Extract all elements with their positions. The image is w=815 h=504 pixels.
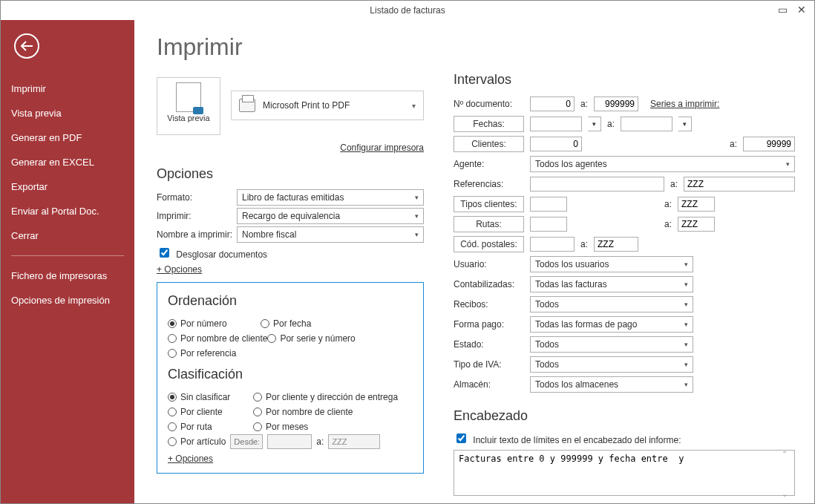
chevron-down-icon: ▾ xyxy=(684,281,688,288)
close-button[interactable]: ✕ xyxy=(792,1,811,19)
sidebar-item-opciones-impresion[interactable]: Opciones de impresión xyxy=(1,288,134,312)
fechas-button[interactable]: Fechas: xyxy=(454,116,524,132)
chevron-down-icon: ▾ xyxy=(684,301,688,308)
tipos-button[interactable]: Tipos clientes: xyxy=(454,196,524,212)
formato-label: Formato: xyxy=(157,192,237,203)
clas-por-articulo[interactable]: Por artículo xyxy=(168,436,226,447)
almacen-combo[interactable]: Todos los almacenes▾ xyxy=(530,376,693,393)
ord-por-numero[interactable]: Por número xyxy=(168,318,261,329)
opciones-heading: Opciones xyxy=(157,166,424,182)
estado-combo[interactable]: Todos▾ xyxy=(530,336,693,353)
usuario-combo[interactable]: Todos los usuarios▾ xyxy=(530,256,693,272)
rutas-from-input[interactable] xyxy=(530,217,567,232)
ref-to-input[interactable] xyxy=(684,177,795,192)
recibos-combo[interactable]: Todos▾ xyxy=(530,296,693,312)
sidebar-item-cerrar[interactable]: Cerrar xyxy=(1,223,134,248)
sidebar-item-generar-pdf[interactable]: Generar en PDF xyxy=(1,125,134,150)
cp-to-input[interactable] xyxy=(594,237,638,252)
imprimir-combo[interactable]: Recargo de equivalencia▾ xyxy=(237,208,424,224)
tipos-to-input[interactable] xyxy=(678,197,715,212)
clas-a-value[interactable] xyxy=(328,434,380,449)
clasificacion-heading: Clasificación xyxy=(168,367,413,382)
fecha-to-dd[interactable]: ▾ xyxy=(678,117,692,131)
configure-printer-link[interactable]: Configurar impresora xyxy=(340,143,424,153)
desglosar-checkbox[interactable] xyxy=(160,248,169,258)
window-title: Listado de facturas xyxy=(370,5,445,16)
fecha-from-input[interactable] xyxy=(530,117,582,131)
formato-combo[interactable]: Libro de facturas emitidas▾ xyxy=(237,189,424,206)
estado-label: Estado: xyxy=(454,339,524,350)
chevron-down-icon: ▾ xyxy=(415,231,419,238)
sidebar-item-enviar-portal[interactable]: Enviar al Portal Doc. xyxy=(1,199,134,223)
clas-cliente-direccion[interactable]: Por cliente y dirección de entrega xyxy=(253,392,398,402)
clas-opciones-link[interactable]: + Opciones xyxy=(168,454,213,464)
agente-combo[interactable]: Todos los agentes▾ xyxy=(530,156,795,172)
imprimir-label: Imprimir: xyxy=(157,211,237,221)
clas-sin[interactable]: Sin clasificar xyxy=(168,392,253,402)
sidebar-item-generar-excel[interactable]: Generar en EXCEL xyxy=(1,150,134,174)
fp-combo[interactable]: Todas las formas de pago▾ xyxy=(530,316,693,333)
ndoc-from-input[interactable] xyxy=(530,96,575,111)
usuario-label: Usuario: xyxy=(454,259,524,269)
iva-combo[interactable]: Todos▾ xyxy=(530,356,693,373)
encabezado-textarea[interactable] xyxy=(454,450,795,496)
cp-from-input[interactable] xyxy=(530,237,575,252)
clas-desde-value[interactable] xyxy=(267,434,312,449)
incluir-limites-checkbox[interactable] xyxy=(456,433,466,443)
incluir-limites-label: Incluir texto de límites en el encabezad… xyxy=(473,435,681,445)
ndoc-to-input[interactable] xyxy=(594,96,638,111)
sidebar-item-fichero-impresoras[interactable]: Fichero de impresoras xyxy=(1,264,134,288)
contab-combo[interactable]: Todas las facturas▾ xyxy=(530,276,693,292)
ref-label: Referencias: xyxy=(454,179,524,189)
ord-por-fecha[interactable]: Por fecha xyxy=(261,318,331,329)
ordenacion-heading: Ordenación xyxy=(168,293,413,309)
chevron-down-icon: ▾ xyxy=(684,381,688,388)
cp-button[interactable]: Cód. postales: xyxy=(454,236,524,252)
chevron-down-icon: ▾ xyxy=(412,102,416,110)
sidebar-separator xyxy=(11,255,124,256)
clas-por-nombre[interactable]: Por nombre de cliente xyxy=(253,407,353,417)
maximize-button[interactable]: ▭ xyxy=(773,1,792,19)
chevron-down-icon: ▾ xyxy=(684,321,688,328)
ord-por-serie[interactable]: Por serie y número xyxy=(267,333,360,344)
sidebar: Imprimir Vista previa Generar en PDF Gen… xyxy=(1,20,134,503)
clas-por-cliente[interactable]: Por cliente xyxy=(168,407,253,417)
rutas-button[interactable]: Rutas: xyxy=(454,216,524,232)
vista-previa-button[interactable]: Vista previa xyxy=(157,77,220,135)
clas-por-ruta[interactable]: Por ruta xyxy=(168,422,253,432)
arrow-left-icon xyxy=(20,41,33,51)
back-button[interactable] xyxy=(14,33,39,59)
clientes-to-input[interactable] xyxy=(743,137,795,151)
ord-por-nombre[interactable]: Por nombre de cliente xyxy=(168,333,267,344)
contab-label: Contabilizadas: xyxy=(454,279,524,289)
printer-selector[interactable]: Microsoft Print to PDF ▾ xyxy=(231,91,424,120)
sidebar-item-vista-previa[interactable]: Vista previa xyxy=(1,101,134,125)
ord-por-referencia[interactable]: Por referencia xyxy=(168,348,236,359)
chevron-down-icon: ▾ xyxy=(684,261,688,268)
sidebar-item-exportar[interactable]: Exportar xyxy=(1,174,134,199)
series-link[interactable]: Series a imprimir: xyxy=(650,99,719,109)
tipos-from-input[interactable] xyxy=(530,197,567,212)
clientes-button[interactable]: Clientes: xyxy=(454,136,524,152)
fecha-from-dd[interactable]: ▾ xyxy=(588,117,601,131)
chevron-down-icon: ▾ xyxy=(415,212,419,220)
chevron-down-icon: ▾ xyxy=(415,194,419,201)
agente-label: Agente: xyxy=(454,159,524,169)
fecha-to-input[interactable] xyxy=(621,117,672,131)
rutas-to-input[interactable] xyxy=(678,217,715,232)
sidebar-item-imprimir[interactable]: Imprimir xyxy=(1,76,134,101)
opciones-link[interactable]: + Opciones xyxy=(157,264,202,275)
chevron-down-icon: ▾ xyxy=(684,361,688,368)
clas-por-meses[interactable]: Por meses xyxy=(253,422,308,432)
recibos-label: Recibos: xyxy=(454,299,524,310)
ndoc-label: Nº documento: xyxy=(454,99,524,109)
clas-desde-input[interactable] xyxy=(230,434,263,449)
nombre-combo[interactable]: Nombre fiscal▾ xyxy=(237,226,424,243)
desglosar-label: Desglosar documentos xyxy=(176,249,267,260)
titlebar: Listado de facturas ▭ ✕ xyxy=(1,1,814,20)
clientes-from-input[interactable] xyxy=(530,137,582,151)
clas-a-label: a: xyxy=(316,436,324,447)
page-title: Imprimir xyxy=(157,33,424,61)
ref-from-input[interactable] xyxy=(530,177,664,192)
fp-label: Forma pago: xyxy=(454,319,524,330)
